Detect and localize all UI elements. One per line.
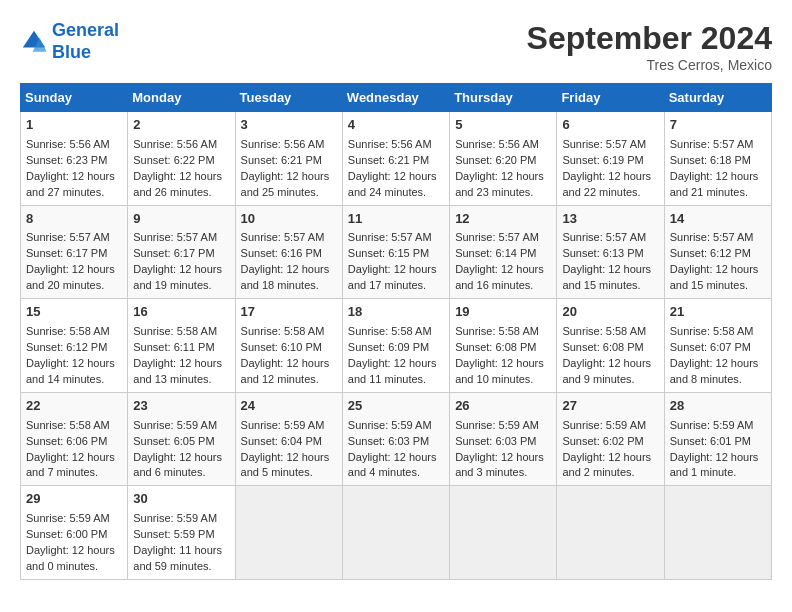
- calendar-cell: 26Sunrise: 5:59 AMSunset: 6:03 PMDayligh…: [450, 392, 557, 486]
- calendar-cell: 20Sunrise: 5:58 AMSunset: 6:08 PMDayligh…: [557, 299, 664, 393]
- day-number: 28: [670, 397, 766, 416]
- day-info: and 20 minutes.: [26, 278, 122, 294]
- day-info: and 22 minutes.: [562, 185, 658, 201]
- day-info: Daylight: 12 hours: [26, 543, 122, 559]
- day-info: Daylight: 12 hours: [241, 356, 337, 372]
- day-info: Sunset: 6:04 PM: [241, 434, 337, 450]
- day-info: and 23 minutes.: [455, 185, 551, 201]
- day-info: Sunset: 6:22 PM: [133, 153, 229, 169]
- calendar-cell: 16Sunrise: 5:58 AMSunset: 6:11 PMDayligh…: [128, 299, 235, 393]
- day-header-tuesday: Tuesday: [235, 84, 342, 112]
- day-number: 22: [26, 397, 122, 416]
- day-info: Sunrise: 5:57 AM: [562, 230, 658, 246]
- week-row-5: 29Sunrise: 5:59 AMSunset: 6:00 PMDayligh…: [21, 486, 772, 580]
- calendar-cell: 23Sunrise: 5:59 AMSunset: 6:05 PMDayligh…: [128, 392, 235, 486]
- day-info: Sunset: 6:21 PM: [241, 153, 337, 169]
- day-info: Sunset: 6:12 PM: [26, 340, 122, 356]
- day-info: Sunset: 6:21 PM: [348, 153, 444, 169]
- day-info: Sunrise: 5:57 AM: [133, 230, 229, 246]
- day-number: 14: [670, 210, 766, 229]
- day-info: Daylight: 12 hours: [670, 262, 766, 278]
- day-info: Sunrise: 5:57 AM: [26, 230, 122, 246]
- day-number: 17: [241, 303, 337, 322]
- day-info: Sunset: 6:19 PM: [562, 153, 658, 169]
- day-info: Sunrise: 5:56 AM: [455, 137, 551, 153]
- calendar-cell: 15Sunrise: 5:58 AMSunset: 6:12 PMDayligh…: [21, 299, 128, 393]
- day-info: Daylight: 12 hours: [562, 169, 658, 185]
- day-info: and 4 minutes.: [348, 465, 444, 481]
- day-header-friday: Friday: [557, 84, 664, 112]
- day-info: Sunset: 6:18 PM: [670, 153, 766, 169]
- day-info: Sunrise: 5:59 AM: [455, 418, 551, 434]
- week-row-4: 22Sunrise: 5:58 AMSunset: 6:06 PMDayligh…: [21, 392, 772, 486]
- day-info: Daylight: 12 hours: [348, 262, 444, 278]
- logo-text: General Blue: [52, 20, 119, 63]
- day-info: and 18 minutes.: [241, 278, 337, 294]
- day-info: Sunrise: 5:56 AM: [348, 137, 444, 153]
- day-number: 23: [133, 397, 229, 416]
- day-info: Sunset: 6:14 PM: [455, 246, 551, 262]
- day-info: Sunrise: 5:59 AM: [133, 511, 229, 527]
- day-number: 3: [241, 116, 337, 135]
- calendar-cell: 3Sunrise: 5:56 AMSunset: 6:21 PMDaylight…: [235, 112, 342, 206]
- day-info: Daylight: 12 hours: [562, 450, 658, 466]
- day-number: 11: [348, 210, 444, 229]
- day-info: Sunset: 6:03 PM: [455, 434, 551, 450]
- day-number: 26: [455, 397, 551, 416]
- day-number: 20: [562, 303, 658, 322]
- day-number: 8: [26, 210, 122, 229]
- day-info: Sunrise: 5:56 AM: [133, 137, 229, 153]
- calendar-cell: [450, 486, 557, 580]
- day-info: Sunrise: 5:59 AM: [241, 418, 337, 434]
- day-info: Sunrise: 5:57 AM: [562, 137, 658, 153]
- day-info: and 6 minutes.: [133, 465, 229, 481]
- day-info: Sunrise: 5:58 AM: [26, 418, 122, 434]
- day-info: and 24 minutes.: [348, 185, 444, 201]
- day-info: Daylight: 12 hours: [455, 450, 551, 466]
- day-info: Sunrise: 5:59 AM: [26, 511, 122, 527]
- day-info: Sunset: 5:59 PM: [133, 527, 229, 543]
- day-info: Sunrise: 5:58 AM: [241, 324, 337, 340]
- day-info: Sunrise: 5:57 AM: [455, 230, 551, 246]
- day-number: 10: [241, 210, 337, 229]
- calendar-cell: 4Sunrise: 5:56 AMSunset: 6:21 PMDaylight…: [342, 112, 449, 206]
- day-info: Daylight: 12 hours: [670, 169, 766, 185]
- calendar-cell: 11Sunrise: 5:57 AMSunset: 6:15 PMDayligh…: [342, 205, 449, 299]
- day-info: and 5 minutes.: [241, 465, 337, 481]
- day-number: 25: [348, 397, 444, 416]
- day-info: Sunset: 6:03 PM: [348, 434, 444, 450]
- calendar-cell: [342, 486, 449, 580]
- day-number: 16: [133, 303, 229, 322]
- day-info: Sunrise: 5:58 AM: [348, 324, 444, 340]
- day-info: Sunset: 6:12 PM: [670, 246, 766, 262]
- day-info: Sunrise: 5:59 AM: [670, 418, 766, 434]
- day-info: Sunset: 6:01 PM: [670, 434, 766, 450]
- day-number: 12: [455, 210, 551, 229]
- day-info: Sunrise: 5:59 AM: [348, 418, 444, 434]
- calendar-cell: 6Sunrise: 5:57 AMSunset: 6:19 PMDaylight…: [557, 112, 664, 206]
- day-number: 15: [26, 303, 122, 322]
- day-info: Sunset: 6:15 PM: [348, 246, 444, 262]
- calendar-cell: 21Sunrise: 5:58 AMSunset: 6:07 PMDayligh…: [664, 299, 771, 393]
- calendar-cell: 30Sunrise: 5:59 AMSunset: 5:59 PMDayligh…: [128, 486, 235, 580]
- week-row-1: 1Sunrise: 5:56 AMSunset: 6:23 PMDaylight…: [21, 112, 772, 206]
- calendar-cell: 27Sunrise: 5:59 AMSunset: 6:02 PMDayligh…: [557, 392, 664, 486]
- day-info: Daylight: 12 hours: [133, 262, 229, 278]
- day-number: 9: [133, 210, 229, 229]
- calendar-cell: 5Sunrise: 5:56 AMSunset: 6:20 PMDaylight…: [450, 112, 557, 206]
- day-info: Sunset: 6:16 PM: [241, 246, 337, 262]
- day-number: 2: [133, 116, 229, 135]
- day-info: and 19 minutes.: [133, 278, 229, 294]
- day-info: and 13 minutes.: [133, 372, 229, 388]
- day-info: Daylight: 12 hours: [241, 450, 337, 466]
- day-info: Sunset: 6:13 PM: [562, 246, 658, 262]
- day-info: Sunrise: 5:57 AM: [241, 230, 337, 246]
- day-info: Daylight: 12 hours: [241, 262, 337, 278]
- day-info: Sunset: 6:23 PM: [26, 153, 122, 169]
- day-info: Daylight: 12 hours: [241, 169, 337, 185]
- day-info: Daylight: 12 hours: [133, 450, 229, 466]
- day-info: Daylight: 12 hours: [455, 169, 551, 185]
- day-info: Sunset: 6:17 PM: [133, 246, 229, 262]
- day-info: Daylight: 12 hours: [670, 450, 766, 466]
- calendar-cell: [557, 486, 664, 580]
